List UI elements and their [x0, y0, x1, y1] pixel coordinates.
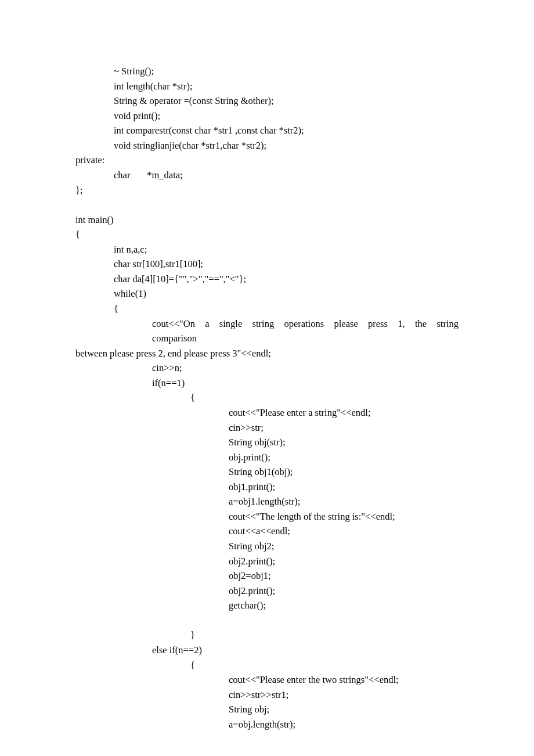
- code-line: getchar();: [75, 598, 459, 613]
- code-line: char *m_data;: [75, 168, 459, 183]
- code-line: obj2.print();: [75, 554, 459, 569]
- code-line: cout<<"Please enter a string"<<endl;: [75, 405, 459, 420]
- code-line: int main(): [75, 213, 459, 228]
- code-line: obj.print();: [75, 450, 459, 465]
- code-line: String & operator =(const String &other)…: [75, 93, 459, 109]
- code-line: String obj;: [75, 702, 459, 717]
- code-line: else if(n==2): [75, 643, 459, 658]
- code-line: obj2.print();: [75, 584, 459, 599]
- code-line: cout<<a<<endl;: [75, 524, 459, 539]
- code-line: cout<<"The length of the string is:"<<en…: [75, 509, 459, 524]
- code-line: {: [75, 658, 459, 673]
- code-line: int length(char *str);: [75, 79, 459, 94]
- code-line: void print();: [75, 109, 459, 124]
- code-line: [75, 197, 459, 213]
- code-line: void stringlianjie(char *str1,char *str2…: [75, 138, 459, 153]
- code-line: if(n==1): [75, 376, 459, 391]
- code-line: int n,a,c;: [75, 242, 459, 257]
- code-line: [75, 613, 459, 628]
- code-line: char str[100],str1[100];: [75, 257, 459, 272]
- code-line: int comparestr(const char *str1 ,const c…: [75, 123, 459, 138]
- code-line: cin>>str>>str1;: [75, 687, 459, 703]
- code-line: {: [75, 301, 459, 316]
- code-line: a=obj.length(str);: [75, 717, 459, 732]
- code-line: {: [75, 227, 459, 242]
- code-line: String obj2;: [75, 539, 459, 554]
- code-line: between please press 2, end please press…: [75, 346, 459, 361]
- code-line: String obj1(obj);: [75, 465, 459, 480]
- code-line: {: [75, 390, 459, 405]
- code-line: obj2=obj1;: [75, 568, 459, 584]
- code-line: cout<<"On a single string operations ple…: [75, 316, 459, 346]
- code-line: cout<<"Please enter the two strings"<<en…: [75, 672, 459, 687]
- code-line: char da[4][10]={"",">","==","<"};: [75, 272, 459, 287]
- code-line: a=obj1.length(str);: [75, 494, 459, 509]
- document-page: ~ String();int length(char *str);String …: [0, 0, 534, 756]
- code-line: obj1.print();: [75, 480, 459, 495]
- code-line: String obj(str);: [75, 435, 459, 450]
- code-line: }: [75, 628, 459, 643]
- code-line: cin>>str;: [75, 420, 459, 435]
- code-line: private:: [75, 153, 459, 168]
- code-line: ~ String();: [75, 64, 459, 79]
- code-line: cin>>n;: [75, 361, 459, 376]
- code-line: };: [75, 183, 459, 198]
- code-line: while(1): [75, 286, 459, 301]
- code-block: ~ String();int length(char *str);String …: [75, 64, 459, 732]
